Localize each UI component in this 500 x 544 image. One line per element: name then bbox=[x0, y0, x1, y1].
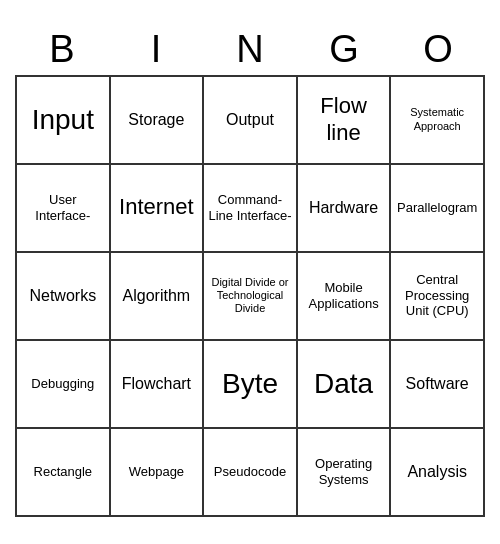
cell-text: Webpage bbox=[129, 464, 184, 480]
bingo-cell-r4c4: Analysis bbox=[391, 429, 485, 517]
bingo-letter-o: O bbox=[391, 28, 485, 71]
cell-text: Output bbox=[226, 110, 274, 129]
bingo-letter-g: G bbox=[297, 28, 391, 71]
bingo-letter-b: B bbox=[15, 28, 109, 71]
bingo-cell-r3c3: Data bbox=[298, 341, 392, 429]
bingo-cell-r4c0: Rectangle bbox=[17, 429, 111, 517]
bingo-cell-r3c0: Debugging bbox=[17, 341, 111, 429]
cell-text: Software bbox=[406, 374, 469, 393]
bingo-cell-r2c0: Networks bbox=[17, 253, 111, 341]
bingo-cell-r1c1: Internet bbox=[111, 165, 205, 253]
bingo-cell-r0c0: Input bbox=[17, 77, 111, 165]
bingo-cell-r1c3: Hardware bbox=[298, 165, 392, 253]
bingo-cell-r0c4: Systematic Approach bbox=[391, 77, 485, 165]
cell-text: Internet bbox=[119, 194, 194, 220]
cell-text: Digital Divide or Technological Divide bbox=[208, 276, 292, 316]
cell-text: Mobile Applications bbox=[302, 280, 386, 311]
bingo-cell-r3c2: Byte bbox=[204, 341, 298, 429]
cell-text: Central Processing Unit (CPU) bbox=[395, 272, 479, 319]
cell-text: Algorithm bbox=[123, 286, 191, 305]
cell-text: Rectangle bbox=[34, 464, 93, 480]
bingo-cell-r4c2: Pseudocode bbox=[204, 429, 298, 517]
bingo-cell-r0c1: Storage bbox=[111, 77, 205, 165]
bingo-cell-r1c2: Command-Line Interface- bbox=[204, 165, 298, 253]
cell-text: Hardware bbox=[309, 198, 378, 217]
cell-text: Command-Line Interface- bbox=[208, 192, 292, 223]
cell-text: Input bbox=[32, 103, 94, 137]
bingo-grid: InputStorageOutputFlow lineSystematic Ap… bbox=[15, 75, 485, 517]
bingo-header: BINGO bbox=[15, 28, 485, 71]
bingo-cell-r0c3: Flow line bbox=[298, 77, 392, 165]
bingo-letter-i: I bbox=[109, 28, 203, 71]
cell-text: Data bbox=[314, 367, 373, 401]
bingo-cell-r2c1: Algorithm bbox=[111, 253, 205, 341]
bingo-cell-r2c2: Digital Divide or Technological Divide bbox=[204, 253, 298, 341]
bingo-cell-r0c2: Output bbox=[204, 77, 298, 165]
cell-text: Analysis bbox=[407, 462, 467, 481]
cell-text: Parallelogram bbox=[397, 200, 477, 216]
bingo-cell-r1c0: User Interface- bbox=[17, 165, 111, 253]
cell-text: Pseudocode bbox=[214, 464, 286, 480]
bingo-cell-r1c4: Parallelogram bbox=[391, 165, 485, 253]
bingo-letter-n: N bbox=[203, 28, 297, 71]
cell-text: Debugging bbox=[31, 376, 94, 392]
cell-text: Flowchart bbox=[122, 374, 191, 393]
cell-text: Networks bbox=[29, 286, 96, 305]
cell-text: Flow line bbox=[302, 93, 386, 146]
bingo-cell-r2c4: Central Processing Unit (CPU) bbox=[391, 253, 485, 341]
bingo-cell-r2c3: Mobile Applications bbox=[298, 253, 392, 341]
bingo-cell-r4c3: Operating Systems bbox=[298, 429, 392, 517]
cell-text: Systematic Approach bbox=[395, 106, 479, 132]
bingo-card: BINGO InputStorageOutputFlow lineSystema… bbox=[15, 28, 485, 517]
bingo-cell-r3c1: Flowchart bbox=[111, 341, 205, 429]
cell-text: User Interface- bbox=[21, 192, 105, 223]
bingo-cell-r3c4: Software bbox=[391, 341, 485, 429]
cell-text: Storage bbox=[128, 110, 184, 129]
cell-text: Operating Systems bbox=[302, 456, 386, 487]
cell-text: Byte bbox=[222, 367, 278, 401]
bingo-cell-r4c1: Webpage bbox=[111, 429, 205, 517]
